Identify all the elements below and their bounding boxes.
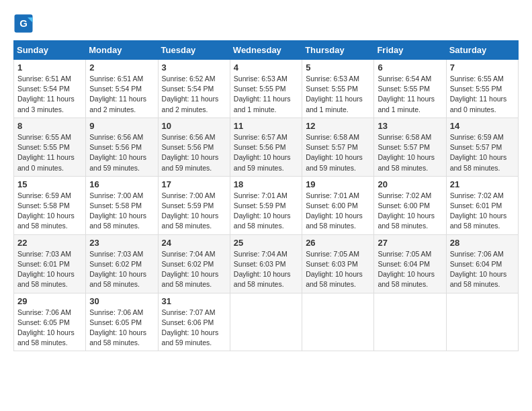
day-number: 30 xyxy=(89,296,154,306)
day-info: Sunrise: 7:07 AMSunset: 6:06 PMDaylight:… xyxy=(162,308,226,349)
day-number: 5 xyxy=(306,62,370,73)
day-number: 10 xyxy=(162,121,226,131)
day-number: 8 xyxy=(17,121,82,131)
day-info: Sunrise: 7:04 AMSunset: 6:03 PMDaylight:… xyxy=(234,249,298,290)
day-info: Sunrise: 7:05 AMSunset: 6:03 PMDaylight:… xyxy=(306,249,370,290)
calendar-week-row: 1 Sunrise: 6:51 AMSunset: 5:54 PMDayligh… xyxy=(14,60,519,118)
calendar-cell: 13 Sunrise: 6:58 AMSunset: 5:57 PMDaylig… xyxy=(374,118,446,176)
day-number: 11 xyxy=(234,121,298,131)
col-header-monday: Monday xyxy=(86,41,158,60)
day-number: 31 xyxy=(162,296,226,306)
calendar-cell: 10 Sunrise: 6:56 AMSunset: 5:56 PMDaylig… xyxy=(158,118,230,176)
day-number: 2 xyxy=(89,62,154,73)
day-info: Sunrise: 7:06 AMSunset: 6:04 PMDaylight:… xyxy=(450,249,515,290)
day-number: 15 xyxy=(17,179,82,189)
day-info: Sunrise: 7:01 AMSunset: 6:00 PMDaylight:… xyxy=(306,191,370,232)
calendar-week-row: 8 Sunrise: 6:55 AMSunset: 5:55 PMDayligh… xyxy=(14,118,519,176)
calendar-cell: 12 Sunrise: 6:58 AMSunset: 5:57 PMDaylig… xyxy=(302,118,374,176)
day-info: Sunrise: 7:02 AMSunset: 6:01 PMDaylight:… xyxy=(450,191,515,232)
day-number: 12 xyxy=(306,121,370,131)
day-info: Sunrise: 7:00 AMSunset: 5:58 PMDaylight:… xyxy=(89,191,154,232)
calendar-cell: 27 Sunrise: 7:05 AMSunset: 6:04 PMDaylig… xyxy=(374,234,446,293)
day-info: Sunrise: 7:00 AMSunset: 5:59 PMDaylight:… xyxy=(162,191,226,232)
calendar-cell: 1 Sunrise: 6:51 AMSunset: 5:54 PMDayligh… xyxy=(14,60,86,118)
day-info: Sunrise: 7:06 AMSunset: 6:05 PMDaylight:… xyxy=(89,308,154,349)
day-info: Sunrise: 6:55 AMSunset: 5:55 PMDaylight:… xyxy=(17,132,82,173)
calendar-cell: 31 Sunrise: 7:07 AMSunset: 6:06 PMDaylig… xyxy=(158,293,230,351)
day-number: 21 xyxy=(450,179,515,189)
calendar-cell: 21 Sunrise: 7:02 AMSunset: 6:01 PMDaylig… xyxy=(446,176,518,234)
day-number: 18 xyxy=(234,179,298,189)
day-info: Sunrise: 7:06 AMSunset: 6:05 PMDaylight:… xyxy=(17,308,82,349)
day-number: 23 xyxy=(89,238,154,248)
day-info: Sunrise: 7:05 AMSunset: 6:04 PMDaylight:… xyxy=(378,249,442,290)
col-header-wednesday: Wednesday xyxy=(230,41,302,60)
day-number: 16 xyxy=(89,179,154,189)
day-info: Sunrise: 6:56 AMSunset: 5:56 PMDaylight:… xyxy=(89,132,154,173)
day-number: 13 xyxy=(378,121,442,131)
day-info: Sunrise: 6:57 AMSunset: 5:56 PMDaylight:… xyxy=(234,132,298,173)
day-info: Sunrise: 6:53 AMSunset: 5:55 PMDaylight:… xyxy=(306,74,370,115)
calendar-cell: 2 Sunrise: 6:51 AMSunset: 5:54 PMDayligh… xyxy=(86,60,158,118)
logo: G xyxy=(13,13,36,34)
header: G xyxy=(13,13,519,34)
day-number: 7 xyxy=(450,62,515,73)
calendar-cell: 15 Sunrise: 6:59 AMSunset: 5:58 PMDaylig… xyxy=(14,176,86,234)
day-info: Sunrise: 6:58 AMSunset: 5:57 PMDaylight:… xyxy=(306,132,370,173)
day-number: 14 xyxy=(450,121,515,131)
calendar-week-row: 29 Sunrise: 7:06 AMSunset: 6:05 PMDaylig… xyxy=(14,293,519,351)
day-number: 20 xyxy=(378,179,442,189)
calendar-cell: 19 Sunrise: 7:01 AMSunset: 6:00 PMDaylig… xyxy=(302,176,374,234)
calendar-cell: 4 Sunrise: 6:53 AMSunset: 5:55 PMDayligh… xyxy=(230,60,302,118)
calendar-cell: 16 Sunrise: 7:00 AMSunset: 5:58 PMDaylig… xyxy=(86,176,158,234)
calendar-week-row: 15 Sunrise: 6:59 AMSunset: 5:58 PMDaylig… xyxy=(14,176,519,234)
day-info: Sunrise: 7:03 AMSunset: 6:01 PMDaylight:… xyxy=(17,249,82,290)
day-number: 19 xyxy=(306,179,370,189)
day-number: 29 xyxy=(17,296,82,306)
calendar-cell xyxy=(374,293,446,351)
day-info: Sunrise: 7:01 AMSunset: 5:59 PMDaylight:… xyxy=(234,191,298,232)
day-number: 3 xyxy=(162,62,226,73)
day-info: Sunrise: 6:52 AMSunset: 5:54 PMDaylight:… xyxy=(162,74,226,115)
svg-text:G: G xyxy=(19,17,28,29)
calendar-cell: 26 Sunrise: 7:05 AMSunset: 6:03 PMDaylig… xyxy=(302,234,374,293)
logo-icon: G xyxy=(13,13,34,34)
calendar-cell: 20 Sunrise: 7:02 AMSunset: 6:00 PMDaylig… xyxy=(374,176,446,234)
calendar-header-row: SundayMondayTuesdayWednesdayThursdayFrid… xyxy=(14,41,519,60)
calendar-cell: 6 Sunrise: 6:54 AMSunset: 5:55 PMDayligh… xyxy=(374,60,446,118)
day-info: Sunrise: 6:54 AMSunset: 5:55 PMDaylight:… xyxy=(378,74,442,115)
calendar-week-row: 22 Sunrise: 7:03 AMSunset: 6:01 PMDaylig… xyxy=(14,234,519,293)
day-number: 26 xyxy=(306,238,370,248)
day-info: Sunrise: 6:55 AMSunset: 5:55 PMDaylight:… xyxy=(450,74,515,115)
calendar-cell: 25 Sunrise: 7:04 AMSunset: 6:03 PMDaylig… xyxy=(230,234,302,293)
col-header-friday: Friday xyxy=(374,41,446,60)
day-number: 27 xyxy=(378,238,442,248)
day-info: Sunrise: 7:04 AMSunset: 6:02 PMDaylight:… xyxy=(162,249,226,290)
calendar-cell: 22 Sunrise: 7:03 AMSunset: 6:01 PMDaylig… xyxy=(14,234,86,293)
day-info: Sunrise: 6:59 AMSunset: 5:57 PMDaylight:… xyxy=(450,132,515,173)
calendar-cell: 24 Sunrise: 7:04 AMSunset: 6:02 PMDaylig… xyxy=(158,234,230,293)
calendar-cell: 28 Sunrise: 7:06 AMSunset: 6:04 PMDaylig… xyxy=(446,234,518,293)
day-info: Sunrise: 6:59 AMSunset: 5:58 PMDaylight:… xyxy=(17,191,82,232)
day-info: Sunrise: 6:51 AMSunset: 5:54 PMDaylight:… xyxy=(17,74,82,115)
day-number: 24 xyxy=(162,238,226,248)
day-info: Sunrise: 6:56 AMSunset: 5:56 PMDaylight:… xyxy=(162,132,226,173)
calendar-cell: 23 Sunrise: 7:03 AMSunset: 6:02 PMDaylig… xyxy=(86,234,158,293)
calendar-cell: 14 Sunrise: 6:59 AMSunset: 5:57 PMDaylig… xyxy=(446,118,518,176)
day-info: Sunrise: 6:53 AMSunset: 5:55 PMDaylight:… xyxy=(234,74,298,115)
calendar-cell: 18 Sunrise: 7:01 AMSunset: 5:59 PMDaylig… xyxy=(230,176,302,234)
calendar-cell: 11 Sunrise: 6:57 AMSunset: 5:56 PMDaylig… xyxy=(230,118,302,176)
calendar-cell: 7 Sunrise: 6:55 AMSunset: 5:55 PMDayligh… xyxy=(446,60,518,118)
calendar-cell: 8 Sunrise: 6:55 AMSunset: 5:55 PMDayligh… xyxy=(14,118,86,176)
day-number: 22 xyxy=(17,238,82,248)
day-number: 1 xyxy=(17,62,82,73)
col-header-sunday: Sunday xyxy=(14,41,86,60)
day-info: Sunrise: 7:02 AMSunset: 6:00 PMDaylight:… xyxy=(378,191,442,232)
day-number: 25 xyxy=(234,238,298,248)
day-info: Sunrise: 6:58 AMSunset: 5:57 PMDaylight:… xyxy=(378,132,442,173)
calendar-cell: 17 Sunrise: 7:00 AMSunset: 5:59 PMDaylig… xyxy=(158,176,230,234)
calendar-cell xyxy=(446,293,518,351)
calendar-cell: 30 Sunrise: 7:06 AMSunset: 6:05 PMDaylig… xyxy=(86,293,158,351)
col-header-tuesday: Tuesday xyxy=(158,41,230,60)
calendar-cell: 29 Sunrise: 7:06 AMSunset: 6:05 PMDaylig… xyxy=(14,293,86,351)
